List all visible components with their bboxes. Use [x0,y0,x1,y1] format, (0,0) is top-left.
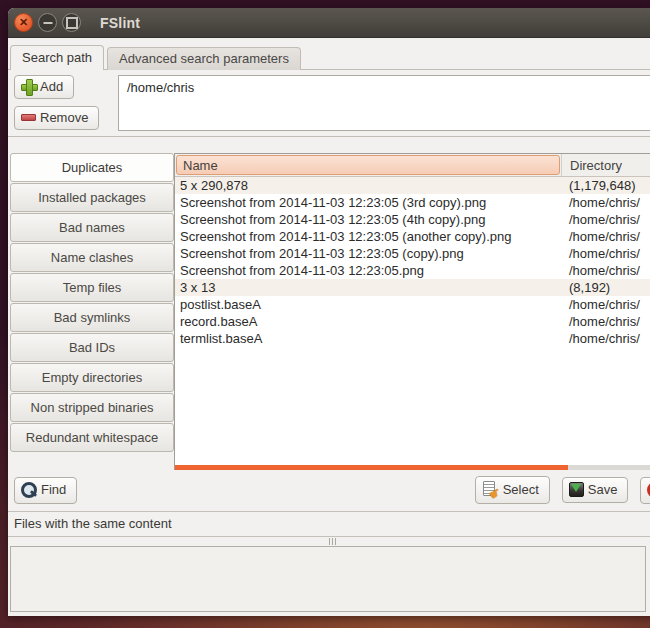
titlebar[interactable]: ✕ FSlint [8,8,650,38]
cell-name: Screenshot from 2014-11-03 12:23:05.png [175,262,561,279]
sidebar-item-label: Non stripped binaries [31,400,154,415]
cell-name: termlist.baseA [175,330,561,347]
cell-directory: /home/chris/ [561,211,650,228]
search-path-panel: Add Remove /home/chris [8,69,650,137]
sidebar-item-empty-directories[interactable]: Empty directories [10,363,174,392]
table-row[interactable]: Screenshot from 2014-11-03 12:23:05 (ano… [175,228,650,245]
cell-name: 5 x 290,878 [175,177,561,194]
tab-label: Advanced search parameters [119,51,289,66]
find-button-label: Find [41,482,66,497]
pane-splitter-handle[interactable] [8,537,650,546]
sidebar-item-redundant-whitespace[interactable]: Redundant whitespace [10,423,174,452]
add-plus-icon [21,79,36,94]
save-icon [569,482,584,497]
table-row[interactable]: termlist.baseA /home/chris/ [175,330,650,347]
cell-name: Screenshot from 2014-11-03 12:23:05 (4th… [175,211,561,228]
results-body: 5 x 290,878 (1,179,648) Screenshot from … [175,177,650,465]
cell-directory: /home/chris/ [561,313,650,330]
table-row[interactable]: Screenshot from 2014-11-03 12:23:05.png … [175,262,650,279]
column-header-name-label: Name [183,158,218,173]
action-bar: Find Select Save Delete [8,476,650,504]
sidebar-item-installed-packages[interactable]: Installed packages [10,183,174,212]
table-row[interactable]: Screenshot from 2014-11-03 12:23:05 (4th… [175,211,650,228]
sidebar-item-bad-names[interactable]: Bad names [10,213,174,242]
fslint-window: ✕ FSlint Search path Advanced search par… [8,8,650,616]
column-header-name[interactable]: Name [175,154,561,176]
select-hand-icon [482,481,499,498]
tab-label: Search path [22,50,92,65]
table-row[interactable]: record.baseA /home/chris/ [175,313,650,330]
cell-directory: /home/chris/ [561,228,650,245]
table-row[interactable]: 5 x 290,878 (1,179,648) [175,177,650,194]
detail-panel [10,546,646,612]
remove-button[interactable]: Remove [14,106,99,130]
add-button[interactable]: Add [14,75,74,99]
tab-search-path[interactable]: Search path [10,45,104,70]
sidebar-item-label: Duplicates [62,160,123,175]
sidebar-item-name-clashes[interactable]: Name clashes [10,243,174,272]
sidebar-item-label: Temp files [63,280,122,295]
close-button[interactable]: ✕ [14,13,33,32]
table-row[interactable]: Screenshot from 2014-11-03 12:23:05 (3rd… [175,194,650,211]
sidebar-item-label: Empty directories [42,370,142,385]
search-path-list[interactable]: /home/chris [118,75,650,131]
cell-directory: /home/chris/ [561,296,650,313]
sidebar-item-bad-symlinks[interactable]: Bad symlinks [10,303,174,332]
cell-name: Screenshot from 2014-11-03 12:23:05 (3rd… [175,194,561,211]
status-text: Files with the same content [14,516,172,531]
cell-name: Screenshot from 2014-11-03 12:23:05 (cop… [175,245,561,262]
remove-minus-icon [21,114,36,121]
cell-directory: (8,192) [561,279,650,296]
main-area: Duplicates Installed packages Bad names … [8,153,650,470]
sidebar-item-label: Bad names [59,220,125,235]
save-button-label: Save [588,482,618,497]
path-actions: Add Remove [14,75,118,131]
sidebar-item-duplicates[interactable]: Duplicates [10,153,174,182]
horizontal-scrollbar[interactable] [175,465,650,470]
tab-advanced-search-parameters[interactable]: Advanced search parameters [107,47,301,70]
sidebar-item-temp-files[interactable]: Temp files [10,273,174,302]
maximize-button[interactable] [62,13,81,32]
sidebar-item-label: Installed packages [38,190,146,205]
column-header-directory[interactable]: Directory [561,154,650,176]
add-button-label: Add [40,79,63,94]
search-icon [21,482,37,498]
cell-directory: /home/chris/ [561,194,650,211]
cell-directory: /home/chris/ [561,330,650,347]
results-header: Name Directory [175,154,650,177]
minimize-button[interactable] [38,13,57,32]
delete-button[interactable]: Delete [640,477,650,504]
cell-name: record.baseA [175,313,561,330]
cell-directory: /home/chris/ [561,262,650,279]
spacer [8,137,650,153]
table-row[interactable]: 3 x 13 (8,192) [175,279,650,296]
select-button-label: Select [503,482,539,497]
find-button[interactable]: Find [14,477,77,504]
sidebar-item-label: Name clashes [51,250,133,265]
sidebar-item-label: Bad symlinks [54,310,131,325]
remove-button-label: Remove [40,110,88,125]
sidebar-item-label: Bad IDs [69,340,115,355]
sidebar-item-bad-ids[interactable]: Bad IDs [10,333,174,362]
tab-bar: Search path Advanced search parameters [8,38,650,69]
select-button[interactable]: Select [475,476,550,504]
sidebar-item-label: Redundant whitespace [26,430,158,445]
cell-directory: (1,179,648) [561,177,650,194]
window-title: FSlint [100,15,140,31]
column-header-directory-label: Directory [570,158,622,173]
results-table: Name Directory 5 x 290,878 (1,179,648) S… [174,153,650,470]
table-row[interactable]: postlist.baseA /home/chris/ [175,296,650,313]
search-path-entry[interactable]: /home/chris [127,79,648,96]
cell-directory: /home/chris/ [561,245,650,262]
cell-name: postlist.baseA [175,296,561,313]
status-bar: Files with the same content [8,511,650,537]
table-row[interactable]: Screenshot from 2014-11-03 12:23:05 (cop… [175,245,650,262]
save-button[interactable]: Save [562,477,629,503]
mode-sidebar: Duplicates Installed packages Bad names … [8,153,174,470]
cell-name: 3 x 13 [175,279,561,296]
cell-name: Screenshot from 2014-11-03 12:23:05 (ano… [175,228,561,245]
sidebar-item-non-stripped-binaries[interactable]: Non stripped binaries [10,393,174,422]
horizontal-scrollbar-thumb[interactable] [175,465,568,470]
